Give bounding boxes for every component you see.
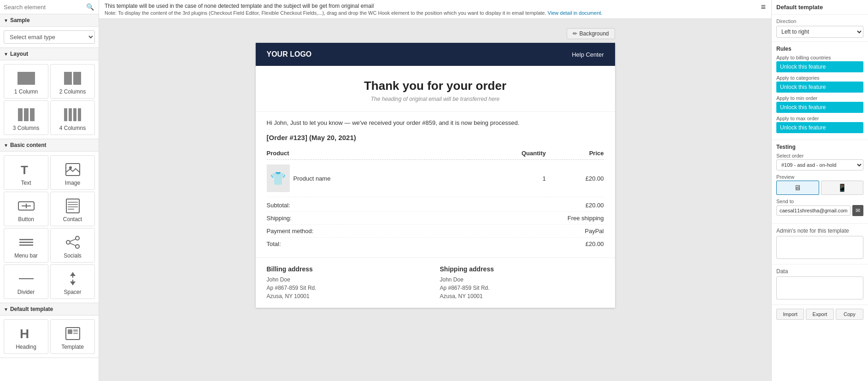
subtotal-value: £20.00 [586,202,604,209]
email-logo: YOUR LOGO [267,50,312,59]
3col-icon [18,106,35,123]
direction-select[interactable]: Left to right [776,26,863,38]
search-button[interactable]: 🔍 [85,2,95,12]
payment-label: Payment method: [267,228,314,234]
heading-label: Heading [16,344,36,350]
import-button[interactable]: Import [776,309,804,320]
sample-section: Select email type [0,27,99,48]
layout-4col[interactable]: 4 Columns [50,100,95,135]
basic-content-grid: T Text Image Button Contact [0,152,99,303]
layout-2col[interactable]: 2 Columns [50,64,95,99]
element-image[interactable]: Image [50,155,95,190]
email-body-text: Hi John, Just to let you know — we've re… [267,119,604,126]
layout-3col[interactable]: 3 Columns [4,100,48,135]
element-contact[interactable]: Contact [50,192,95,226]
spacer-icon [67,270,78,287]
copy-button[interactable]: Copy [836,309,863,320]
email-type-select[interactable]: Select email type [4,30,95,44]
basic-content-label: Basic content [10,142,47,148]
default-template-label: Default template [10,306,53,312]
email-content: Hi John, Just to let you know — we've re… [256,111,615,258]
svg-line-18 [70,243,76,246]
template-name: Default template [772,0,868,15]
element-heading[interactable]: H Heading [4,319,48,354]
left-panel: 🔍 ▼ Sample Select email type ▼ Layout 1 … [0,0,99,381]
element-spacer[interactable]: Spacer [50,264,95,299]
testing-label: Testing [776,144,863,150]
element-text[interactable]: T Text [4,155,48,190]
product-image: 👕 [267,164,290,192]
heading-icon: H [19,325,34,342]
shipping-addr1: Ap #867-859 Sit Rd. [440,284,604,292]
admin-note-textarea[interactable] [776,236,863,259]
billing-name: John Doe [267,275,431,284]
search-input[interactable] [4,4,85,11]
element-divider[interactable]: Divider [4,264,48,299]
svg-marker-23 [70,281,76,285]
order-number: [Order #123] (May 20, 2021) [267,134,604,141]
svg-line-17 [70,239,76,241]
unlock-categories-btn[interactable]: Unlock this feature [776,82,863,93]
send-to-label: Send to [776,199,863,204]
svg-rect-27 [73,329,78,332]
table-row: 👕 Product name 1 £20.00 [267,160,604,197]
socials-icon [65,234,80,251]
payment-row: Payment method: PayPal [267,225,604,238]
max-order-label: Apply to max order [776,116,863,121]
default-template-section-header[interactable]: ▼ Default template [0,303,99,316]
template-box-label: Template [61,344,84,350]
basic-content-section-header[interactable]: ▼ Basic content [0,139,99,152]
data-textarea[interactable] [776,276,863,299]
contact-label: Contact [63,216,82,223]
view-detail-link[interactable]: View detail in document. [548,10,603,16]
unlock-billing-btn[interactable]: Unlock this feature [776,61,863,72]
send-email-button[interactable]: ✉ [852,205,863,216]
chevron-icon: ▼ [4,52,8,57]
svg-point-2 [69,166,72,169]
shipping-name: John Doe [440,275,604,284]
menu-icon[interactable]: ≡ [761,3,766,11]
unlock-max-order-btn[interactable]: Unlock this feature [776,122,863,133]
layout-1col[interactable]: 1 Column [4,64,48,99]
max-order-rule: Apply to max order Unlock this feature [776,116,863,133]
right-panel: Default template Direction Left to right… [771,0,868,381]
layout-grid: 1 Column 2 Columns 3 Columns 4 Columns [0,60,99,139]
spacer-label: Spacer [64,289,81,295]
select-order-label: Select order [776,153,863,158]
svg-point-15 [76,236,79,240]
send-to-input[interactable] [776,205,850,216]
background-button[interactable]: ✏ Background [567,28,615,39]
preview-desktop-btn[interactable]: 🖥 [776,181,819,195]
total-value: £20.00 [586,240,604,247]
image-label: Image [65,180,80,186]
select-order-dropdown[interactable]: #109 - asd asd - on-hold [776,159,863,170]
product-qty: 1 [469,160,546,197]
chevron-icon: ▼ [4,307,8,312]
3col-label: 3 Columns [13,125,39,131]
bg-btn-label: Background [579,30,609,37]
menubar-icon [18,234,34,251]
element-menubar[interactable]: Menu bar [4,228,48,263]
col-quantity: Quantity [469,147,546,160]
shipping-address: Shipping address John Doe Ap #867-859 Si… [440,265,604,300]
pencil-icon: ✏ [573,30,577,37]
unlock-min-order-btn[interactable]: Unlock this feature [776,102,863,113]
preview-mobile-btn[interactable]: 📱 [821,181,864,195]
subtotal-label: Subtotal: [267,202,290,209]
export-button[interactable]: Export [806,309,833,320]
preview-label: Preview [776,174,863,180]
layout-section-header[interactable]: ▼ Layout [0,48,99,60]
element-button[interactable]: Button [4,192,48,226]
element-socials[interactable]: Socials [50,228,95,263]
svg-rect-28 [73,333,78,334]
address-section: Billing address John Doe Ap #867-859 Sit… [256,258,615,308]
rules-label: Rules [776,46,863,52]
menubar-label: Menu bar [14,252,38,259]
billing-address: Billing address John Doe Ap #867-859 Sit… [267,265,431,300]
template-description: This template will be used in the case o… [105,3,374,9]
direction-section: Direction Left to right [772,15,868,42]
text-icon: T [19,161,34,178]
testing-section: Testing Select order #109 - asd asd - on… [772,140,868,224]
element-template-box[interactable]: Template [50,319,95,354]
sample-section-header[interactable]: ▼ Sample [0,14,99,27]
